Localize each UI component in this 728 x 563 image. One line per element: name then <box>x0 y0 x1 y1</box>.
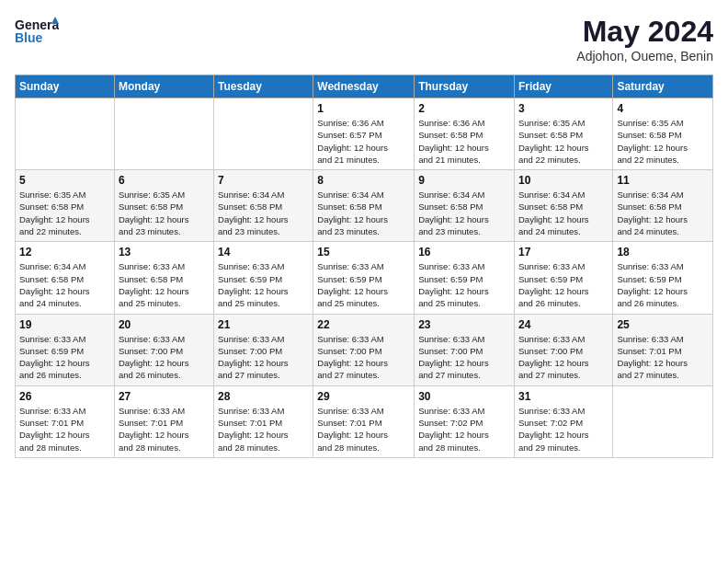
calendar-cell: 12Sunrise: 6:34 AMSunset: 6:58 PMDayligh… <box>16 242 115 314</box>
day-number: 7 <box>218 174 309 187</box>
calendar-cell: 18Sunrise: 6:33 AMSunset: 6:59 PMDayligh… <box>613 242 713 314</box>
day-info: Sunrise: 6:36 AMSunset: 6:57 PMDaylight:… <box>317 117 410 166</box>
calendar-cell: 11Sunrise: 6:34 AMSunset: 6:58 PMDayligh… <box>613 170 713 242</box>
day-number: 24 <box>518 318 609 331</box>
calendar-cell <box>214 98 313 170</box>
day-info: Sunrise: 6:33 AMSunset: 7:00 PMDaylight:… <box>119 333 210 382</box>
day-info: Sunrise: 6:33 AMSunset: 6:59 PMDaylight:… <box>19 333 110 382</box>
svg-text:Blue: Blue <box>15 30 43 45</box>
calendar-cell: 9Sunrise: 6:34 AMSunset: 6:58 PMDaylight… <box>415 170 515 242</box>
day-number: 1 <box>317 102 410 115</box>
day-header-wednesday: Wednesday <box>313 75 415 98</box>
day-info: Sunrise: 6:35 AMSunset: 6:58 PMDaylight:… <box>119 189 210 237</box>
calendar-cell: 26Sunrise: 6:33 AMSunset: 7:01 PMDayligh… <box>16 385 115 457</box>
day-number: 9 <box>418 174 510 187</box>
day-number: 23 <box>418 318 510 331</box>
title-block: May 2024 Adjohon, Oueme, Benin <box>576 15 713 63</box>
day-number: 13 <box>119 246 210 259</box>
day-number: 6 <box>119 174 210 187</box>
day-number: 8 <box>317 174 410 187</box>
day-info: Sunrise: 6:34 AMSunset: 6:58 PMDaylight:… <box>518 189 609 237</box>
day-info: Sunrise: 6:35 AMSunset: 6:58 PMDaylight:… <box>518 117 609 166</box>
calendar-cell: 3Sunrise: 6:35 AMSunset: 6:58 PMDaylight… <box>514 98 612 170</box>
day-number: 31 <box>518 390 609 403</box>
day-info: Sunrise: 6:36 AMSunset: 6:58 PMDaylight:… <box>418 117 510 166</box>
day-info: Sunrise: 6:34 AMSunset: 6:58 PMDaylight:… <box>418 189 510 237</box>
calendar-cell: 1Sunrise: 6:36 AMSunset: 6:57 PMDaylight… <box>313 98 415 170</box>
day-number: 26 <box>19 390 110 403</box>
day-header-saturday: Saturday <box>613 75 713 98</box>
day-info: Sunrise: 6:33 AMSunset: 6:59 PMDaylight:… <box>317 260 410 309</box>
header: General Blue May 2024 Adjohon, Oueme, Be… <box>15 15 713 63</box>
day-number: 20 <box>119 318 210 331</box>
day-info: Sunrise: 6:34 AMSunset: 6:58 PMDaylight:… <box>218 189 309 237</box>
calendar-table: SundayMondayTuesdayWednesdayThursdayFrid… <box>15 75 713 458</box>
calendar-cell: 4Sunrise: 6:35 AMSunset: 6:58 PMDaylight… <box>613 98 713 170</box>
day-number: 16 <box>418 246 510 259</box>
day-info: Sunrise: 6:33 AMSunset: 6:59 PMDaylight:… <box>218 260 309 309</box>
day-header-monday: Monday <box>114 75 213 98</box>
calendar-cell: 19Sunrise: 6:33 AMSunset: 6:59 PMDayligh… <box>16 314 115 385</box>
calendar-cell: 27Sunrise: 6:33 AMSunset: 7:01 PMDayligh… <box>114 385 213 457</box>
calendar-cell: 24Sunrise: 6:33 AMSunset: 7:00 PMDayligh… <box>514 314 612 385</box>
location: Adjohon, Oueme, Benin <box>576 49 713 63</box>
day-number: 30 <box>418 390 510 403</box>
calendar-cell: 2Sunrise: 6:36 AMSunset: 6:58 PMDaylight… <box>415 98 515 170</box>
day-number: 22 <box>317 318 410 331</box>
calendar-cell <box>114 98 213 170</box>
day-header-sunday: Sunday <box>16 75 115 98</box>
day-info: Sunrise: 6:33 AMSunset: 7:01 PMDaylight:… <box>19 405 110 454</box>
day-info: Sunrise: 6:34 AMSunset: 6:58 PMDaylight:… <box>19 260 110 309</box>
calendar-cell: 20Sunrise: 6:33 AMSunset: 7:00 PMDayligh… <box>114 314 213 385</box>
day-number: 14 <box>218 246 309 259</box>
day-info: Sunrise: 6:34 AMSunset: 6:58 PMDaylight:… <box>617 189 709 237</box>
day-number: 12 <box>19 246 110 259</box>
day-number: 28 <box>218 390 309 403</box>
day-number: 29 <box>317 390 410 403</box>
day-number: 27 <box>119 390 210 403</box>
day-number: 21 <box>218 318 309 331</box>
calendar-cell: 8Sunrise: 6:34 AMSunset: 6:58 PMDaylight… <box>313 170 415 242</box>
page: General Blue May 2024 Adjohon, Oueme, Be… <box>0 0 728 473</box>
calendar-cell: 28Sunrise: 6:33 AMSunset: 7:01 PMDayligh… <box>214 385 313 457</box>
calendar-cell: 15Sunrise: 6:33 AMSunset: 6:59 PMDayligh… <box>313 242 415 314</box>
day-number: 2 <box>418 102 510 115</box>
day-number: 4 <box>617 102 709 115</box>
calendar-cell: 16Sunrise: 6:33 AMSunset: 6:59 PMDayligh… <box>415 242 515 314</box>
calendar-cell: 22Sunrise: 6:33 AMSunset: 7:00 PMDayligh… <box>313 314 415 385</box>
day-info: Sunrise: 6:33 AMSunset: 6:58 PMDaylight:… <box>119 260 210 309</box>
calendar-cell: 31Sunrise: 6:33 AMSunset: 7:02 PMDayligh… <box>514 385 612 457</box>
calendar-cell: 23Sunrise: 6:33 AMSunset: 7:00 PMDayligh… <box>415 314 515 385</box>
calendar-cell: 6Sunrise: 6:35 AMSunset: 6:58 PMDaylight… <box>114 170 213 242</box>
day-info: Sunrise: 6:33 AMSunset: 7:01 PMDaylight:… <box>119 405 210 454</box>
calendar-cell: 21Sunrise: 6:33 AMSunset: 7:00 PMDayligh… <box>214 314 313 385</box>
calendar-cell: 25Sunrise: 6:33 AMSunset: 7:01 PMDayligh… <box>613 314 713 385</box>
calendar-cell <box>16 98 115 170</box>
day-info: Sunrise: 6:33 AMSunset: 7:00 PMDaylight:… <box>218 333 309 382</box>
day-info: Sunrise: 6:35 AMSunset: 6:58 PMDaylight:… <box>19 189 110 237</box>
calendar-cell: 14Sunrise: 6:33 AMSunset: 6:59 PMDayligh… <box>214 242 313 314</box>
day-info: Sunrise: 6:33 AMSunset: 7:01 PMDaylight:… <box>617 333 709 382</box>
logo-svg: General Blue <box>15 15 59 48</box>
day-info: Sunrise: 6:33 AMSunset: 7:00 PMDaylight:… <box>418 333 510 382</box>
day-number: 18 <box>617 246 709 259</box>
calendar-cell: 29Sunrise: 6:33 AMSunset: 7:01 PMDayligh… <box>313 385 415 457</box>
day-info: Sunrise: 6:33 AMSunset: 7:02 PMDaylight:… <box>518 405 609 454</box>
day-info: Sunrise: 6:33 AMSunset: 7:01 PMDaylight:… <box>317 405 410 454</box>
day-number: 5 <box>19 174 110 187</box>
calendar-cell: 17Sunrise: 6:33 AMSunset: 6:59 PMDayligh… <box>514 242 612 314</box>
day-number: 19 <box>19 318 110 331</box>
day-number: 10 <box>518 174 609 187</box>
calendar-cell: 10Sunrise: 6:34 AMSunset: 6:58 PMDayligh… <box>514 170 612 242</box>
day-info: Sunrise: 6:33 AMSunset: 7:01 PMDaylight:… <box>218 405 309 454</box>
logo: General Blue <box>15 15 59 48</box>
day-number: 11 <box>617 174 709 187</box>
day-info: Sunrise: 6:33 AMSunset: 7:00 PMDaylight:… <box>317 333 410 382</box>
calendar-cell <box>613 385 713 457</box>
day-number: 3 <box>518 102 609 115</box>
calendar-cell: 13Sunrise: 6:33 AMSunset: 6:58 PMDayligh… <box>114 242 213 314</box>
calendar-cell: 30Sunrise: 6:33 AMSunset: 7:02 PMDayligh… <box>415 385 515 457</box>
day-info: Sunrise: 6:33 AMSunset: 6:59 PMDaylight:… <box>518 260 609 309</box>
day-number: 17 <box>518 246 609 259</box>
day-number: 25 <box>617 318 709 331</box>
